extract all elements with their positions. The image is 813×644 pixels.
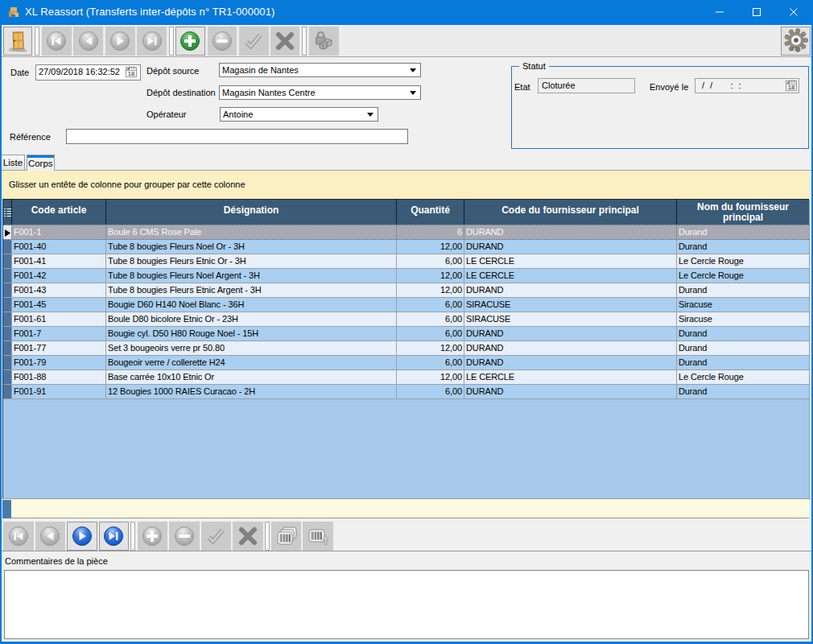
svg-text:18: 18 bbox=[128, 70, 134, 77]
svg-text:18: 18 bbox=[788, 84, 794, 91]
